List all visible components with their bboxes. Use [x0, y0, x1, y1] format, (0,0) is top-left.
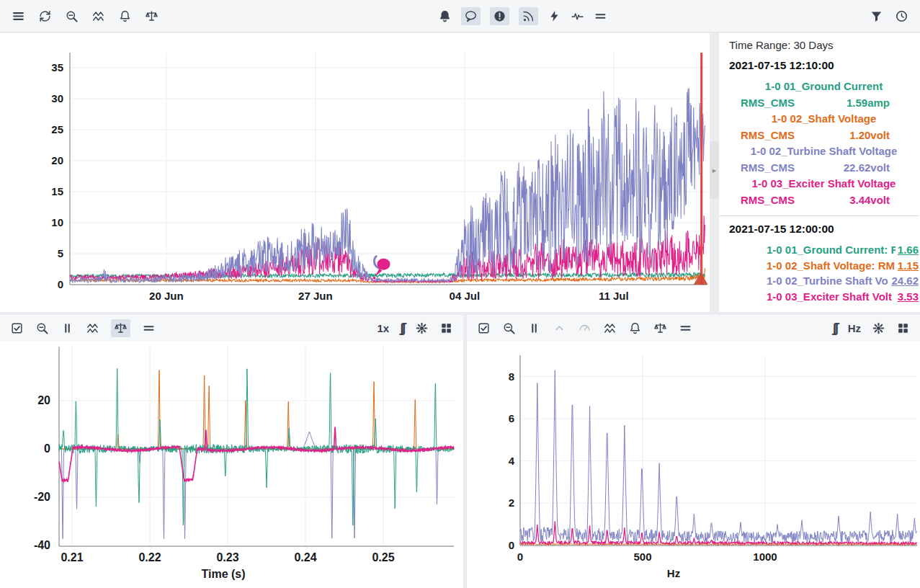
tick-label: Time (s) [201, 568, 245, 580]
tick-label: 0 [517, 551, 523, 563]
sidebar-readings: 2021-07-15 12:10:001-0 01_Ground Current… [729, 59, 919, 304]
tick-label: 30 [51, 92, 63, 104]
zoom-out-icon[interactable] [35, 321, 49, 335]
reading-metric-row: RMS_CMS22.62volt [729, 159, 919, 176]
hz-units-button[interactable]: Hz [848, 322, 861, 334]
reading-value: 3.44volt [849, 192, 890, 208]
trend-panel: 0510152025303520 Jun27 Jun04 Jul11 Jul [0, 33, 710, 312]
sidebar-collapse-handle[interactable]: ▸ [710, 141, 719, 199]
waveform-toolbar-right: 1x∫∫ [377, 321, 453, 336]
balance-scale-icon[interactable] [145, 9, 158, 23]
reading-metric-label: RMS_CMS [741, 159, 795, 176]
tick-label: -20 [34, 491, 50, 503]
alarm-bell-icon[interactable] [628, 321, 642, 335]
tick-label: 2 [509, 496, 514, 509]
integrate-button[interactable]: ∫∫ [400, 321, 404, 336]
comment-balloon-icon[interactable] [377, 259, 390, 270]
trend-chart-icon[interactable] [91, 9, 105, 23]
spectrum-toolbar-left [477, 321, 692, 335]
collapse-arrow-icon: ▸ [713, 166, 717, 174]
spectrum-toolbar: ∫∫Hz [467, 315, 920, 341]
readings-sidebar: ▸ Time Range: 30 Days 2021-07-15 12:10:0… [710, 33, 920, 312]
waveform-panel: 1x∫∫ -40-200200.210.220.230.240.25Time (… [0, 315, 463, 588]
alarm-bell-icon[interactable] [118, 9, 132, 23]
reading-metric-label: RMS_CMS [741, 94, 795, 111]
tick-label: 0 [58, 278, 63, 290]
menu-icon[interactable] [12, 9, 25, 23]
collapse-icon[interactable] [553, 321, 566, 335]
reading-value-link[interactable]: 3.53 [898, 289, 919, 305]
reading-channel-name: 1-0 01_Ground Current: R [767, 242, 896, 258]
more-icon[interactable] [142, 321, 156, 335]
reading-value: 1.20volt [849, 127, 890, 143]
comment-balloon-dot [373, 277, 376, 280]
live-feed-icon[interactable] [519, 7, 538, 25]
vibration-icon[interactable] [571, 9, 584, 23]
reading-link-row[interactable]: 1-0 02_Shaft Voltage: RM1.15 [729, 258, 919, 274]
layout-grid-icon[interactable] [439, 321, 453, 335]
pause-icon[interactable] [61, 321, 74, 335]
waveform-chart[interactable]: -40-200200.210.220.230.240.25Time (s) [0, 341, 463, 588]
reading-timestamp: 2021-07-15 12:10:00 [729, 59, 919, 72]
reading-value-link[interactable]: 1.15 [898, 258, 919, 274]
reading-channel-name: 1-0 02_Shaft Voltage [729, 111, 919, 127]
settings-icon[interactable] [415, 321, 429, 335]
trend-chart-icon[interactable] [86, 321, 99, 335]
tick-label: -40 [34, 539, 50, 551]
top-toolbar-left [12, 9, 158, 23]
reading-link-row[interactable]: 1-0 01_Ground Current: R1.66 [729, 242, 919, 258]
tick-label: 0.22 [138, 551, 161, 564]
waveform-toolbar-left [10, 319, 156, 337]
top-toolbar-center [438, 7, 607, 25]
tick-label: 4 [509, 455, 515, 467]
trend-chart-icon[interactable] [603, 321, 617, 335]
more-icon[interactable] [679, 321, 692, 335]
refresh-icon[interactable] [38, 9, 52, 23]
reading-value: 22.62volt [844, 159, 890, 176]
alerts-icon[interactable] [490, 7, 509, 25]
events-icon[interactable] [548, 9, 561, 23]
tick-label: 0.24 [294, 551, 316, 564]
reading-channel-name: 1-0 02_Turbine Shaft Vo [767, 273, 889, 289]
reading-link-row[interactable]: 1-0 02_Turbine Shaft Vo24.62 [729, 273, 919, 289]
comments-icon[interactable] [461, 7, 481, 25]
select-checkbox-icon[interactable] [477, 321, 491, 335]
tick-label: 15 [51, 185, 63, 197]
zoom-out-icon[interactable] [502, 321, 516, 335]
notifications-bell-icon[interactable] [438, 9, 452, 23]
history-clock-icon[interactable] [895, 9, 908, 23]
reading-link-row[interactable]: 1-0 03_Exciter Shaft Volt3.53 [729, 289, 919, 305]
reading-timestamp: 2021-07-15 12:00:00 [729, 223, 919, 236]
reading-metric-label: RMS_CMS [741, 127, 795, 143]
reading-value-link[interactable]: 24.62 [891, 273, 919, 289]
more-icon[interactable] [594, 9, 607, 23]
tick-label: 500 [633, 551, 651, 563]
layout-grid-icon[interactable] [896, 321, 910, 335]
pause-icon[interactable] [527, 321, 541, 335]
reading-channel-name: 1-0 01_Ground Current [729, 79, 919, 94]
tick-label: 0.25 [372, 551, 394, 564]
balance-scale-icon[interactable] [653, 321, 667, 335]
tick-label: 20 [37, 394, 50, 406]
settings-icon[interactable] [872, 321, 885, 335]
select-checkbox-icon[interactable] [10, 321, 24, 335]
integrate-button[interactable]: ∫∫ [833, 321, 837, 336]
spectrum-chart[interactable]: 0246805001000Hz [467, 341, 920, 588]
filter-icon[interactable] [870, 9, 883, 23]
zoom-out-icon[interactable] [65, 9, 79, 23]
spectrum-panel: ∫∫Hz 0246805001000Hz [467, 315, 920, 588]
tick-label: 6 [509, 412, 514, 424]
trend-chart[interactable]: 0510152025303520 Jun27 Jun04 Jul11 Jul [0, 33, 710, 312]
tick-label: 8 [509, 370, 514, 383]
balance-scale-icon[interactable] [111, 319, 130, 337]
gauge-icon[interactable] [578, 321, 591, 335]
tick-label: 0.21 [61, 551, 83, 564]
reading-channel-name: 1-0 03_Exciter Shaft Voltage [729, 176, 919, 192]
tick-label: 1000 [753, 551, 777, 563]
time-scale-button[interactable]: 1x [377, 322, 389, 334]
top-toolbar-right [870, 9, 908, 23]
sidebar-strip: ▸ [710, 33, 719, 312]
top-toolbar [0, 0, 920, 32]
reading-value-link[interactable]: 1.66 [898, 242, 919, 258]
reading-channel-name: 1-0 02_Shaft Voltage: RM [767, 258, 896, 274]
